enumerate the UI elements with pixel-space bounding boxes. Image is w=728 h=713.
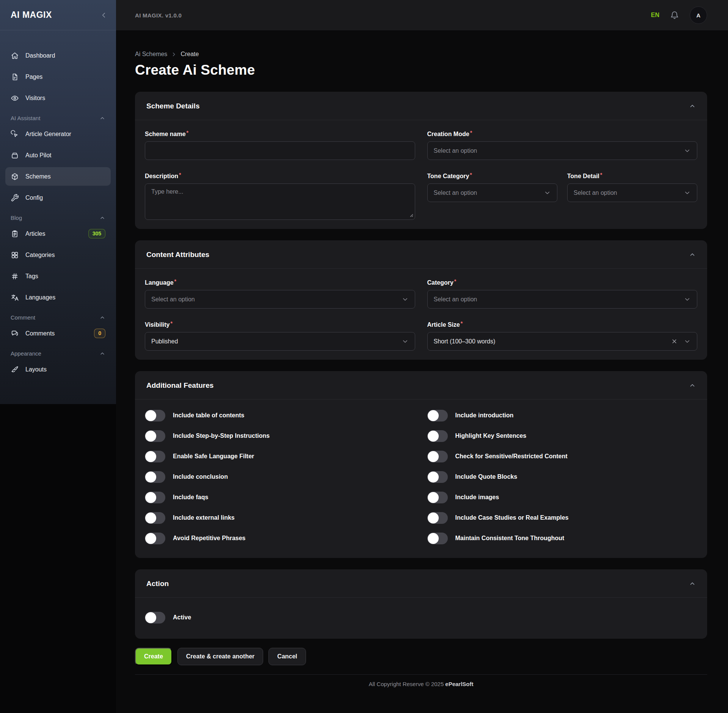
sidebar-section-ai-assistant[interactable]: AI Assistant	[5, 110, 111, 125]
toggle-switch[interactable]	[427, 430, 448, 442]
article-size-select[interactable]: Short (100–300 words)	[427, 332, 698, 351]
translate-icon	[11, 293, 19, 302]
sidebar-item-auto-pilot[interactable]: Auto Pilot	[5, 146, 111, 165]
sidebar-item-config[interactable]: Config	[5, 188, 111, 207]
required-asterisk: *	[174, 278, 176, 284]
sidebar-item-article-generator[interactable]: Article Generator	[5, 125, 111, 143]
sidebar-item-categories[interactable]: Categories	[5, 246, 111, 264]
sidebar-item-layouts[interactable]: Layouts	[5, 360, 111, 379]
chevron-up-icon	[99, 115, 105, 121]
collapse-chevron-up-icon[interactable]	[689, 103, 696, 110]
field-label: Description	[145, 173, 178, 179]
language-select[interactable]: Select an option	[145, 290, 415, 309]
toggle-switch[interactable]	[145, 533, 165, 544]
toggle-switch[interactable]	[145, 430, 165, 442]
select-value: Published	[151, 338, 178, 345]
sidebar-section-blog[interactable]: Blog	[5, 210, 111, 224]
feature-toggle-row: Include images	[427, 490, 698, 504]
sidebar-item-label: Visitors	[25, 95, 45, 102]
toggle-switch[interactable]	[427, 533, 448, 544]
feature-toggle-row: Include Step-by-Step Instructions	[145, 429, 415, 443]
breadcrumb-parent[interactable]: Ai Schemes	[135, 51, 167, 58]
tone-detail-select[interactable]: Select an option	[567, 183, 697, 202]
visibility-select[interactable]: Published	[145, 332, 415, 351]
sidebar-item-visitors[interactable]: Visitors	[5, 89, 111, 107]
sidebar-item-tags[interactable]: Tags	[5, 267, 111, 285]
field-language: Language* Select an option	[145, 279, 415, 309]
toggle-switch[interactable]	[427, 410, 448, 422]
articles-count-badge: 305	[88, 229, 105, 238]
feature-toggle-row: Avoid Repetitive Phrases	[145, 531, 415, 545]
collapse-chevron-up-icon[interactable]	[689, 580, 696, 587]
card-title: Scheme Details	[146, 102, 199, 110]
toggle-switch[interactable]	[145, 492, 165, 503]
sidebar-section-label: Comment	[11, 314, 35, 321]
sidebar-item-articles[interactable]: Articles 305	[5, 224, 111, 243]
creation-mode-select[interactable]: Select an option	[427, 141, 698, 160]
toggle-switch[interactable]	[427, 492, 448, 503]
chevron-down-icon	[684, 338, 691, 345]
chevron-down-icon	[544, 189, 551, 196]
main-content: Ai Schemes Create Create Ai Scheme Schem…	[116, 30, 728, 713]
tone-category-select[interactable]: Select an option	[427, 183, 557, 202]
collapse-chevron-up-icon[interactable]	[689, 251, 696, 258]
description-textarea[interactable]	[145, 183, 415, 220]
sidebar-item-label: Dashboard	[25, 52, 55, 59]
required-asterisk: *	[187, 130, 188, 136]
clear-x-icon[interactable]	[671, 338, 678, 345]
toggle-switch[interactable]	[427, 471, 448, 483]
field-tone-category: Tone Category* Select an option	[427, 173, 557, 220]
toggle-switch[interactable]	[145, 471, 165, 483]
sidebar-collapse-button[interactable]	[100, 11, 108, 19]
comments-count-badge: 0	[94, 329, 105, 338]
field-label: Tone Category	[427, 173, 469, 179]
sidebar-section-comment[interactable]: Comment	[5, 309, 111, 324]
sidebar-item-schemes[interactable]: Schemes	[5, 167, 111, 186]
avatar[interactable]: A	[690, 6, 707, 24]
breadcrumb-current: Create	[180, 51, 199, 58]
card-title: Content Attributes	[146, 251, 209, 259]
toggle-switch[interactable]	[427, 451, 448, 462]
sidebar-item-label: Schemes	[25, 173, 51, 180]
sidebar-item-label: Pages	[25, 74, 42, 80]
category-select[interactable]: Select an option	[427, 290, 698, 309]
select-placeholder: Select an option	[434, 190, 477, 196]
sidebar-section-appearance[interactable]: Appearance	[5, 345, 111, 360]
field-label: Visibility	[145, 321, 170, 328]
scheme-name-input[interactable]	[145, 141, 415, 160]
toggle-switch[interactable]	[145, 512, 165, 524]
sidebar-item-comments[interactable]: Comments 0	[5, 324, 111, 343]
feature-toggle-row: Include table of contents	[145, 409, 415, 422]
home-icon	[11, 52, 19, 60]
sidebar-item-languages[interactable]: Languages	[5, 288, 111, 307]
toggle-label: Avoid Repetitive Phrases	[173, 535, 245, 542]
features-column-right: Include introduction Highlight Key Sente…	[427, 409, 698, 545]
cancel-button[interactable]: Cancel	[268, 648, 306, 665]
clipboard-list-icon	[11, 230, 19, 238]
toggle-switch[interactable]	[145, 410, 165, 422]
sidebar-item-pages[interactable]: Pages	[5, 67, 111, 86]
chevron-down-icon	[684, 147, 691, 154]
select-placeholder: Select an option	[151, 296, 195, 303]
create-and-create-another-button[interactable]: Create & create another	[177, 648, 264, 665]
toggle-switch[interactable]	[427, 512, 448, 524]
field-label: Language	[145, 279, 174, 286]
field-description: Description*	[145, 173, 415, 220]
card-additional-features: Additional Features Include table of con…	[135, 371, 707, 558]
file-icon	[11, 73, 19, 81]
create-button[interactable]: Create	[135, 648, 172, 665]
tone-fields: Tone Category* Select an option Tone Det…	[427, 173, 698, 220]
required-asterisk: *	[179, 172, 181, 178]
sidebar-header: AI MAGIX	[0, 0, 116, 30]
toggle-switch[interactable]	[145, 451, 165, 462]
chevron-right-icon	[171, 52, 177, 57]
bell-icon[interactable]	[670, 11, 679, 20]
chevron-left-icon	[100, 11, 108, 19]
language-switcher[interactable]: EN	[651, 12, 659, 19]
copyright-text: All Copyright Reserve © 2025	[369, 681, 444, 687]
sidebar-item-dashboard[interactable]: Dashboard	[5, 46, 111, 65]
collapse-chevron-up-icon[interactable]	[689, 382, 696, 389]
active-toggle-switch[interactable]	[145, 612, 165, 624]
feature-toggle-row: Enable Safe Language Filter	[145, 450, 415, 463]
required-asterisk: *	[171, 320, 173, 326]
